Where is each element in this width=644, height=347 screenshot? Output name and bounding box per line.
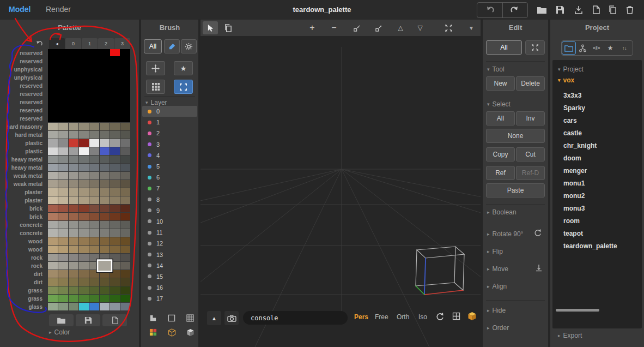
palette-swatch[interactable] <box>69 237 78 245</box>
palette-swatch[interactable] <box>89 131 99 139</box>
palette-swatch[interactable] <box>120 213 130 220</box>
camera-mode-pers[interactable]: Pers <box>354 313 368 321</box>
palette-swatch[interactable] <box>79 205 89 212</box>
palette-swatch[interactable] <box>120 155 130 163</box>
palette-swatch[interactable] <box>89 278 99 286</box>
export-section-header[interactable]: ▸ Export <box>558 332 582 339</box>
palette-swatch[interactable] <box>79 286 89 294</box>
palette-swatch[interactable] <box>120 147 130 155</box>
palette-reserved-block[interactable] <box>48 49 130 122</box>
palette-swatch[interactable] <box>120 295 130 302</box>
palette-swatch[interactable] <box>110 270 120 278</box>
palette-swatch[interactable] <box>110 172 120 180</box>
palette-swatch[interactable] <box>79 131 89 139</box>
palette-swatch[interactable] <box>100 131 110 139</box>
palette-swatch[interactable] <box>120 164 130 171</box>
palette-tab-3[interactable]: 3 <box>114 38 130 49</box>
palette-swatch[interactable] <box>58 172 68 180</box>
palette-swatch[interactable] <box>89 270 99 278</box>
palette-swatch[interactable] <box>120 254 130 261</box>
palette-swatch[interactable] <box>120 278 130 286</box>
palette-swatch[interactable] <box>69 180 78 188</box>
display-frame-button[interactable] <box>165 312 178 324</box>
palette-swatch[interactable] <box>48 254 58 261</box>
palette-swatch[interactable] <box>89 254 99 261</box>
palette-swatch[interactable] <box>100 139 110 147</box>
layer-row[interactable]: 14 <box>142 260 197 271</box>
redo-button[interactable] <box>503 3 528 17</box>
project-item[interactable]: cars <box>555 115 640 127</box>
palette-swatch[interactable] <box>48 180 58 188</box>
palette-swatch[interactable] <box>48 262 58 270</box>
layer-row[interactable]: 13 <box>142 249 197 260</box>
palette-open-button[interactable] <box>49 314 74 326</box>
palette-swatch[interactable] <box>89 172 99 180</box>
palette-swatch[interactable] <box>58 246 68 253</box>
palette-swatch[interactable] <box>48 237 58 245</box>
layer-row[interactable]: 8 <box>142 194 197 205</box>
palette-swatch[interactable] <box>79 213 89 220</box>
palette-swatch[interactable] <box>110 123 120 130</box>
delete-button[interactable] <box>623 4 636 16</box>
palette-swatch[interactable] <box>58 131 68 139</box>
layer-row[interactable]: 10 <box>142 216 197 227</box>
tool-new-button[interactable]: New <box>486 76 515 91</box>
display-grid-button[interactable] <box>184 312 197 324</box>
brush-move-button[interactable] <box>146 61 165 75</box>
palette-swatch[interactable] <box>79 139 89 147</box>
palette-swatch[interactable] <box>110 221 120 229</box>
palette-swatch[interactable] <box>100 286 110 294</box>
layer-row[interactable]: 6 <box>142 172 197 183</box>
palette-swatch[interactable] <box>110 246 120 253</box>
project-item[interactable]: 3x3x3 <box>555 89 640 102</box>
palette-swatch[interactable] <box>69 205 78 212</box>
palette-swatch[interactable] <box>58 229 68 237</box>
project-item[interactable]: monu3 <box>555 202 640 215</box>
layer-row[interactable]: 2 <box>142 128 197 139</box>
palette-swatch[interactable] <box>79 188 89 196</box>
favorites-button[interactable]: ★ <box>604 41 618 55</box>
palette-swatch[interactable] <box>89 205 99 212</box>
order-section-header[interactable]: ▸ Order <box>487 324 509 332</box>
palette-swatch[interactable] <box>110 278 120 286</box>
code-view-button[interactable]: </> <box>590 41 604 55</box>
palette-swatch[interactable] <box>79 180 89 188</box>
palette-swatch[interactable] <box>110 155 120 163</box>
palette-swatch[interactable] <box>69 286 78 294</box>
palette-swatch[interactable] <box>48 286 58 294</box>
palette-swatch[interactable] <box>48 172 58 180</box>
palette-swatch[interactable] <box>69 172 78 180</box>
palette-tab-2[interactable]: 2 <box>98 38 114 49</box>
palette-swatch[interactable] <box>69 303 78 310</box>
boolean-section-header[interactable]: ▸ Boolean <box>487 208 517 216</box>
palette-swatch[interactable] <box>79 262 89 270</box>
palette-tab-◂[interactable]: ◂ <box>49 38 65 49</box>
tool-section-header[interactable]: ▾ Tool <box>487 65 505 73</box>
palette-swatch[interactable] <box>120 246 130 253</box>
palette-swatch[interactable] <box>58 262 68 270</box>
select-paste-button[interactable]: Paste <box>486 183 545 198</box>
palette-swatch[interactable] <box>69 254 78 261</box>
show-palette-button[interactable] <box>147 326 160 338</box>
palette-swatch[interactable] <box>89 164 99 171</box>
palette-swatch[interactable] <box>58 278 68 286</box>
palette-swatch[interactable] <box>69 188 78 196</box>
palette-swatch[interactable] <box>120 180 130 188</box>
palette-swatch[interactable] <box>79 221 89 229</box>
edit-expand-button[interactable] <box>525 40 545 55</box>
layer-row[interactable]: 1 <box>142 117 197 128</box>
palette-swatch[interactable] <box>100 295 110 302</box>
palette-swatch[interactable] <box>100 172 110 180</box>
palette-swatch[interactable] <box>58 205 68 212</box>
palette-swatch[interactable] <box>79 229 89 237</box>
palette-swatch[interactable] <box>120 172 130 180</box>
palette-swatch[interactable] <box>100 303 110 310</box>
move-drop-button[interactable] <box>535 264 543 274</box>
palette-swatch[interactable] <box>100 254 110 261</box>
palette-swatch[interactable] <box>110 286 120 294</box>
layer-row[interactable]: 3 <box>142 139 197 150</box>
palette-swatch[interactable] <box>58 213 68 220</box>
palette-swatch[interactable] <box>89 237 99 245</box>
select-cut-button[interactable]: Cut <box>516 147 545 161</box>
palette-save-button[interactable] <box>76 314 100 326</box>
